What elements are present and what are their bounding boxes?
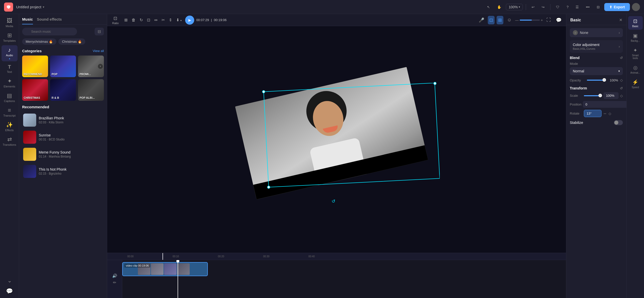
edit-track-btn[interactable]: ✏	[113, 280, 116, 285]
sidebar-item-media[interactable]: 🖼 Media	[2, 16, 18, 30]
rotate-flip-btn[interactable]: ↔	[603, 111, 607, 116]
video-preview[interactable]	[235, 67, 428, 200]
zoom-to-fit-btn[interactable]: ⛶	[545, 16, 552, 24]
category-recommend[interactable]: RECOMMEND	[22, 56, 48, 77]
rotate-reset-btn[interactable]: ◇	[609, 112, 611, 116]
category-rnb[interactable]: R & B	[50, 79, 76, 101]
category-pop[interactable]: POP	[50, 56, 76, 77]
right-panel-close-btn[interactable]: ✕	[619, 18, 622, 22]
opacity-slider[interactable]	[587, 80, 606, 81]
time-marker-10: 00:10	[173, 255, 179, 258]
time-marker-20: 00:20	[218, 255, 224, 258]
shield-btn[interactable]: 🛡	[553, 4, 562, 11]
list-btn[interactable]: ☰	[573, 4, 581, 11]
transform-reset-btn[interactable]: ↺	[620, 86, 623, 90]
track-item-phonk[interactable]: This Is Not Phonk 02:15 · Bgnzinho	[22, 163, 104, 180]
handle-bottom-left[interactable]	[267, 186, 270, 189]
categories-header: Categories View all	[22, 49, 104, 53]
sidebar-item-text[interactable]: T Text	[2, 62, 18, 75]
position-row: Position X Y ◇	[570, 101, 623, 108]
toggle-thumb	[614, 121, 618, 125]
handle-top-left[interactable]	[262, 90, 265, 93]
undo-btn[interactable]: ↩	[529, 4, 537, 11]
smile-btn[interactable]: ☺	[505, 16, 513, 24]
rotate-handle[interactable]: ↺	[332, 198, 335, 204]
sidebar-item-collapse[interactable]: ⌄	[2, 276, 18, 285]
help-btn[interactable]: ?	[564, 4, 571, 11]
rotate-input[interactable]	[584, 110, 601, 117]
delete-btn[interactable]: 🗑	[130, 17, 137, 24]
category-promise[interactable]: PROMI... ›	[78, 56, 104, 77]
track-item-brazillian[interactable]: Brazillian Phonk 02:03 · Killa Storm	[22, 112, 104, 129]
ratio-button[interactable]: ⊡ Ratio	[110, 15, 121, 26]
crop-btn[interactable]: ⊡	[145, 16, 152, 24]
hand-tool-btn[interactable]: ✋	[495, 4, 504, 11]
more-btn[interactable]: •••	[583, 4, 592, 11]
stabilize-toggle[interactable]	[614, 120, 623, 125]
sidebar-item-transcript[interactable]: ≡ Transcript	[2, 106, 18, 119]
tag-merrychristmas[interactable]: Merrychristmas 🔥	[22, 38, 56, 45]
view-all-link[interactable]: View all	[93, 49, 104, 53]
sidebar-item-transitions[interactable]: ⇄ Transitions	[2, 135, 18, 148]
category-christmas[interactable]: CHRISTMAS	[22, 79, 48, 101]
play-button[interactable]: ▶	[185, 16, 194, 25]
sidebar-item-elements[interactable]: ✦ Elements	[2, 76, 18, 90]
pointer-tool-btn[interactable]: ↖	[485, 4, 493, 11]
download-btn[interactable]: ⬇ ▾	[175, 16, 183, 24]
opacity-value: 100%	[608, 78, 618, 82]
none-row[interactable]: ⊘ None ›	[570, 28, 623, 37]
track-item-sunrise[interactable]: Sunrise 00:31 · BCD Studio	[22, 129, 104, 146]
play-controls: ▶ 00:07:29 | 00:19:06	[185, 16, 227, 25]
scale-reset-btn[interactable]: ◇	[620, 94, 623, 98]
mic-btn[interactable]: 🎤	[477, 16, 486, 24]
tag-christmas[interactable]: Christmas 🔥	[58, 38, 85, 45]
flip-v-icon: ⇕	[169, 18, 172, 22]
time-separator: |	[211, 18, 212, 22]
flip-v-btn[interactable]: ⇕	[167, 16, 174, 24]
opacity-reset-btn[interactable]: ◇	[620, 78, 623, 82]
far-right-background[interactable]: ▣ Backg...	[628, 31, 643, 44]
volume-slider[interactable]	[520, 20, 540, 21]
crop-icon: ⊡	[147, 18, 150, 22]
filter-button[interactable]: ⊟	[95, 28, 104, 35]
video-clip-label: video clip 00:19:06	[124, 264, 150, 268]
sidebar-item-chat[interactable]: 💬	[2, 286, 18, 296]
split-tool-btn[interactable]: ⊠	[123, 16, 129, 24]
redo-btn[interactable]: ↪	[539, 4, 547, 11]
video-track[interactable]: video clip 00:19:06	[122, 262, 208, 276]
project-name[interactable]: Untitled project ▾	[16, 5, 44, 9]
zoom-control[interactable]: 100% ▾	[506, 4, 523, 10]
magnet-btn[interactable]: ⊞	[497, 16, 503, 24]
color-adjustment-row[interactable]: Color adjustment Basic,HSL,Curves ›	[570, 40, 623, 53]
position-x-input[interactable]	[583, 101, 626, 108]
export-button[interactable]: ⬆ Export	[604, 3, 630, 11]
mode-label: Mode	[570, 62, 623, 66]
split-track-btn[interactable]: ⊡	[488, 16, 495, 24]
far-right-speed[interactable]: ⚡ Speed	[628, 77, 643, 91]
volume-control: — +	[515, 18, 543, 22]
far-right-smart[interactable]: ✦ Smart tools	[628, 45, 643, 62]
avatar[interactable]	[632, 3, 640, 11]
blend-reset-btn[interactable]: ↺	[620, 56, 623, 60]
search-input[interactable]	[22, 28, 77, 35]
scale-input[interactable]	[603, 92, 619, 99]
handle-top-right[interactable]	[433, 82, 436, 85]
tab-music[interactable]: Music	[22, 17, 33, 24]
category-popalb[interactable]: POP ALBI...	[78, 79, 104, 101]
sidebar-item-effects[interactable]: ✨ Effects	[2, 120, 18, 134]
volume-track-btn[interactable]: 🔊	[112, 273, 117, 278]
far-right-animate[interactable]: ◎ Animat...	[628, 63, 643, 76]
panels-btn[interactable]: ⊟	[594, 4, 602, 11]
blend-mode-select[interactable]: Normal ▾	[570, 67, 623, 75]
far-right-basic[interactable]: ⊡ Basic	[628, 16, 643, 30]
comment-btn[interactable]: 💬	[554, 16, 563, 24]
track-item-meme[interactable]: Meme Funny Sound 01:14 · Manhoa Bintang	[22, 146, 104, 163]
sidebar-item-audio[interactable]: ♪ Audio	[2, 45, 18, 61]
split2-btn[interactable]: ✂	[160, 16, 166, 24]
tab-sound-effects[interactable]: Sound effects	[37, 17, 62, 24]
sidebar-item-templates[interactable]: ⊞ Templates	[2, 31, 18, 44]
loop-btn[interactable]: ↻	[138, 16, 144, 24]
flip-h-btn[interactable]: ⇔	[153, 16, 159, 24]
scale-slider[interactable]	[584, 95, 602, 96]
sidebar-item-captions[interactable]: ▤ Captions	[2, 91, 18, 105]
